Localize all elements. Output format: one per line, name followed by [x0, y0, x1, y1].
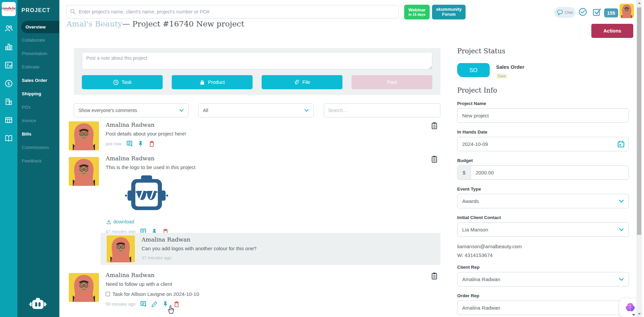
budget-label: Budget [457, 158, 629, 163]
comments-filter-select[interactable]: Show everyone's comments [74, 103, 189, 117]
download-icon [106, 219, 111, 224]
scroll-up-arrow[interactable] [638, 2, 641, 4]
webinar-button[interactable]: Webinar in 15 days [404, 5, 430, 19]
sidebar-item-estimate[interactable]: Estimate [17, 60, 59, 73]
order-rep-label: Order Rep [457, 293, 629, 298]
event-type-select[interactable]: Awards [457, 194, 629, 208]
user-avatar[interactable] [620, 4, 634, 18]
task-checkbox[interactable] [106, 292, 110, 296]
chevron-down-icon [304, 109, 309, 112]
feed-search-input[interactable] [324, 103, 440, 117]
calendar-icon[interactable] [617, 140, 625, 148]
company-logo[interactable]: Vandelay PROMOTIONS [2, 2, 16, 16]
people-icon[interactable] [0, 19, 17, 38]
sidebar-item-presentation[interactable]: Presentation [17, 47, 59, 60]
sidebar-item-invoice[interactable]: Invoice [17, 114, 59, 127]
note-textarea[interactable] [82, 52, 432, 69]
status-name: Sales Order [496, 64, 524, 70]
comment-author[interactable]: Amalina Radwan [106, 272, 440, 278]
forum-button[interactable]: skummunity Forum [432, 5, 466, 19]
in-hands-date-label: In Hands Date [457, 129, 629, 135]
chevron-down-icon [619, 228, 624, 231]
reply-comment-icon[interactable] [126, 141, 133, 147]
sidebar-item-bills[interactable]: Bills [17, 127, 59, 141]
info-heading: Project Info [457, 86, 629, 94]
sidebar-item-pos[interactable]: POs [17, 100, 59, 114]
checklist-icon[interactable] [0, 56, 17, 74]
initial-contact-select[interactable]: Lia Manson [457, 222, 629, 237]
contact-email: liamanson@amalbeauty.com [457, 244, 629, 249]
comment-text: Can you add logos with another colour fo… [142, 246, 440, 251]
widget-caret-icon[interactable] [632, 314, 635, 316]
scrollbar-thumb[interactable] [637, 7, 641, 235]
in-hands-date-input[interactable] [457, 137, 629, 151]
tasks-checkbox-icon[interactable] [592, 7, 601, 16]
project-title-text: — Project #16740 New project [122, 19, 244, 28]
comment-author[interactable]: Amalina Radwan [106, 121, 440, 128]
order-rep-select[interactable]: Amalina Radwan [457, 301, 629, 315]
compose-note-card: Task Product File Post [74, 48, 440, 95]
bar-chart-icon[interactable] [0, 38, 17, 56]
status-badge[interactable]: SO [457, 63, 490, 77]
reply-comment-icon[interactable] [140, 301, 147, 307]
scroll-down-arrow[interactable] [638, 313, 641, 315]
attached-logo-image[interactable] [111, 174, 182, 215]
trash-icon[interactable] [173, 301, 180, 307]
search-input[interactable] [66, 5, 398, 18]
download-link[interactable]: download [106, 219, 440, 224]
post-button[interactable]: Post [352, 75, 432, 89]
dollar-icon[interactable]: $ [0, 74, 17, 93]
file-button[interactable]: File [262, 75, 342, 89]
global-search [66, 5, 398, 18]
sidebar-item-feedback[interactable]: Feedback [17, 154, 59, 167]
comment-author[interactable]: Amalina Radwan [142, 236, 440, 243]
table-icon[interactable] [0, 111, 17, 129]
chat-bubble-icon [557, 9, 564, 15]
actions-button[interactable]: Actions [591, 24, 633, 38]
trash-icon[interactable] [149, 141, 155, 147]
avatar[interactable] [69, 157, 99, 186]
sidebar-item-shipping[interactable]: Shipping [17, 87, 59, 100]
project-name-input[interactable] [457, 108, 629, 123]
avatar[interactable] [69, 121, 99, 150]
avatar[interactable] [107, 235, 135, 262]
status-heading: Project Status [457, 47, 629, 55]
building-icon[interactable] [0, 93, 17, 111]
type-filter-select[interactable]: All [198, 103, 314, 117]
pin-icon[interactable] [162, 301, 169, 307]
pin-icon[interactable] [138, 141, 144, 147]
chat-label: Chat [565, 10, 573, 14]
comment-author[interactable]: Amalina Radwan [106, 155, 440, 162]
clipboard-icon[interactable] [432, 122, 437, 129]
initial-contact-label: Initial Client Contact [457, 215, 629, 220]
reminders-clock-icon[interactable] [578, 7, 587, 16]
edit-pencil-icon[interactable] [151, 301, 158, 307]
comment-text: Post details about your project here! [106, 131, 440, 137]
task-text: Task for Allison Lavigne on 2024-10-10 [112, 291, 199, 297]
task-button[interactable]: Task [82, 75, 163, 89]
product-button[interactable]: Product [172, 75, 253, 89]
book-icon[interactable] [0, 129, 17, 148]
notification-count-badge[interactable]: 155 [604, 8, 618, 17]
sidebar-item-commissions[interactable]: Commissions [17, 141, 59, 154]
sidebar-item-collaborate[interactable]: Collaborate [17, 33, 59, 47]
company-logo-subtext: PROMOTIONS [4, 10, 13, 11]
comment-time: 37 minutes ago [142, 255, 171, 260]
client-rep-select[interactable]: Amalina Radwan [457, 272, 629, 286]
project-sidebar: PROJECT Overview Collaborate Presentatio… [17, 0, 59, 317]
avatar[interactable] [69, 273, 99, 302]
sidebar-item-overview[interactable]: Overview [21, 21, 59, 33]
comment-text: This is the logo to be used in this proj… [106, 164, 440, 170]
clipboard-icon[interactable] [432, 156, 437, 163]
chat-button[interactable]: Chat [554, 7, 576, 18]
robot-icon [29, 297, 47, 312]
currency-prefix: $ [458, 166, 471, 179]
sidebar-item-sales-order[interactable]: Sales Order [17, 73, 59, 87]
reply-comment-item: Amalina Radwan Can you add logos with an… [101, 233, 440, 265]
shopping-bag-icon [200, 80, 205, 85]
clipboard-icon[interactable] [432, 272, 437, 279]
app-window: Vandelay PROMOTIONS $ [0, 0, 644, 317]
comment-time: just now [106, 141, 122, 146]
client-name-link[interactable]: Amal's Beauty [66, 19, 122, 28]
budget-input[interactable] [471, 166, 629, 179]
